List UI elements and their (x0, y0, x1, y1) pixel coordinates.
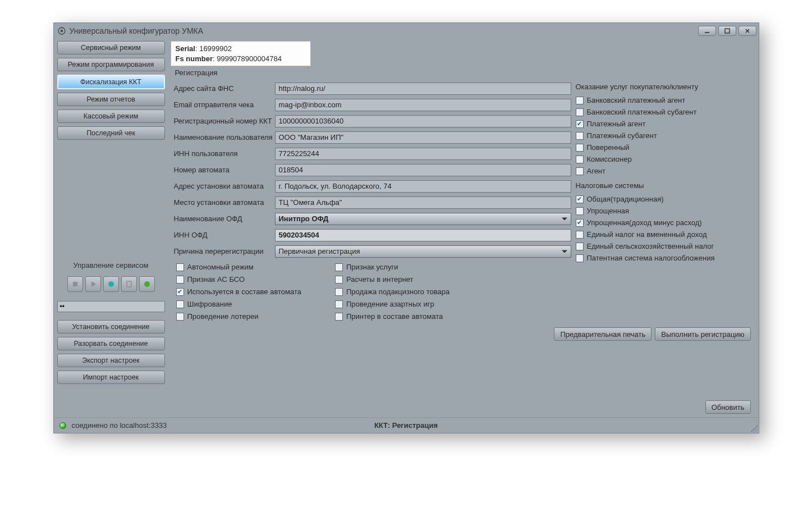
tax-item-checkbox[interactable] (576, 195, 584, 203)
reg-opt-right-checkbox[interactable] (335, 288, 343, 296)
tax-item-row: Единый налог на вмененный доход (576, 229, 752, 240)
reg-opt-right-checkbox[interactable] (335, 300, 343, 308)
addr-input[interactable] (275, 180, 571, 193)
inn-input[interactable] (275, 148, 571, 160)
service-item-checkbox[interactable] (576, 132, 584, 140)
reason-label: Причина перерегистрации (174, 247, 275, 255)
window-title: Универсальный конфигуратор УМКА (70, 26, 204, 35)
email-label: Email отправителя чека (174, 101, 275, 109)
reg-opt-right-label: Признак услуги (346, 263, 398, 271)
reg-opt-left-label: Шифрование (187, 300, 232, 308)
reg-opt-left-checkbox[interactable] (176, 276, 184, 284)
tax-item-checkbox[interactable] (576, 219, 584, 227)
service-item-label: Платежный субагент (587, 131, 657, 140)
reg-opt-right-checkbox[interactable] (335, 263, 343, 271)
fns-input[interactable] (275, 83, 571, 95)
nav-programming-mode[interactable]: Режим программирования (57, 58, 165, 71)
service-item-checkbox[interactable] (576, 97, 584, 104)
maximize-button[interactable] (718, 26, 736, 36)
reason-select[interactable]: Первичная регистрация (275, 245, 571, 258)
place-input[interactable] (275, 197, 571, 209)
resize-grip-icon[interactable] (751, 425, 758, 432)
service-item-checkbox[interactable] (576, 144, 584, 152)
serial-label: Serial (176, 44, 195, 53)
reg-opt-left-checkbox[interactable] (176, 288, 184, 296)
service-toolbar (57, 276, 165, 292)
tool-record-icon[interactable] (103, 276, 119, 292)
reg-opt-left-label: Автономный режим (187, 263, 254, 271)
tax-item-checkbox[interactable] (576, 231, 584, 239)
reg-opt-right-checkbox[interactable] (335, 313, 343, 321)
tax-item-row: Единый сельскохозяйственный налог (576, 240, 752, 252)
reg-opt-left-checkbox[interactable] (176, 300, 184, 308)
auto-no-label: Номер автомата (174, 166, 275, 174)
export-settings-button[interactable]: Экспорт настроек (57, 354, 165, 367)
register-button[interactable]: Выполнить регистрацию (655, 327, 750, 341)
nav-fiscalization[interactable]: Фискализация ККТ (57, 75, 165, 89)
svg-point-1 (60, 30, 62, 32)
reg-opt-left-row: Используется в составе автомата (176, 287, 301, 296)
svg-rect-4 (73, 282, 77, 286)
nav-service-mode[interactable]: Сервисный режим (57, 41, 165, 54)
reg-opt-right-label: Продажа подакцизного товара (346, 287, 449, 296)
close-button[interactable] (738, 26, 756, 36)
reg-opt-left-row: Автономный режим (176, 263, 301, 271)
inn-label: ИНН пользователя (174, 149, 275, 158)
tool-page-icon[interactable] (121, 276, 137, 292)
fs-value: 9999078900004784 (217, 54, 282, 63)
service-item-checkbox[interactable] (576, 120, 584, 128)
disconnect-button[interactable]: Разорвать соединение (57, 337, 165, 350)
minimize-button[interactable] (698, 26, 716, 36)
status-bar: соединено по localhost:3333 ККТ: Регистр… (54, 417, 759, 433)
nav-cash-mode[interactable]: Кассовый режим (57, 109, 165, 123)
tax-item-checkbox[interactable] (576, 254, 584, 262)
tool-play-icon[interactable] (85, 276, 101, 292)
ofd-inn-input[interactable] (275, 229, 571, 241)
username-label: Наименование пользователя (174, 133, 275, 141)
service-item-checkbox[interactable] (576, 167, 584, 175)
place-label: Место установки автомата (174, 198, 275, 207)
import-settings-button[interactable]: Импорт настроек (57, 371, 165, 384)
connect-button[interactable]: Установить соединение (57, 320, 165, 334)
connection-status-icon (59, 422, 66, 429)
preview-print-button[interactable]: Предварительная печать (554, 327, 652, 341)
svg-rect-3 (725, 29, 730, 33)
reg-opt-right-label: Принтер в составе автомата (346, 312, 443, 321)
nav-last-receipt[interactable]: Последний чек (57, 126, 165, 140)
tool-status-icon[interactable] (139, 276, 155, 292)
addr-label: Адрес установки автомата (174, 182, 275, 190)
service-item-label: Платежный агент (587, 120, 646, 128)
tax-item-checkbox[interactable] (576, 243, 584, 250)
reg-opt-left-checkbox[interactable] (176, 263, 184, 271)
auto-no-input[interactable] (275, 164, 571, 176)
service-item-row: Комиссионер (576, 153, 752, 165)
tax-item-label: Упрощенная(доход минус расход) (587, 218, 702, 227)
tool-stop-icon[interactable] (67, 276, 83, 292)
nav-reports-mode[interactable]: Режим отчетов (57, 93, 165, 106)
ofd-select[interactable]: Инитпро ОФД (275, 213, 571, 225)
regnum-input[interactable] (275, 115, 571, 127)
tax-item-label: Общая(традиционная) (587, 195, 664, 203)
sidebar: Сервисный режим Режим программирования Ф… (57, 41, 165, 417)
reg-opt-left-checkbox[interactable] (176, 313, 184, 321)
service-item-checkbox[interactable] (576, 156, 584, 163)
service-item-label: Комиссионер (587, 155, 632, 163)
ofd-label: Наименование ОФД (174, 214, 275, 223)
tax-item-label: Упрощенная (587, 207, 630, 215)
service-item-row: Платежный субагент (576, 130, 752, 141)
service-item-row: Поверенный (576, 141, 752, 153)
email-input[interactable] (275, 99, 571, 111)
service-label: Управление сервисом (57, 261, 165, 270)
tax-item-label: Единый налог на вмененный доход (587, 230, 707, 239)
service-item-label: Агент (587, 167, 606, 175)
serial-value: 16999902 (199, 44, 232, 53)
service-item-checkbox[interactable] (576, 108, 584, 116)
tax-item-checkbox[interactable] (576, 207, 584, 215)
tax-item-row: Упрощенная (576, 205, 752, 217)
reg-opt-right-checkbox[interactable] (335, 276, 343, 284)
refresh-button[interactable]: Обновить (705, 400, 751, 414)
username-input[interactable] (275, 131, 571, 144)
service-input[interactable] (57, 301, 165, 312)
reg-opt-right-label: Расчеты в интернет (346, 275, 413, 284)
services-title: Оказание услуг покупателю/клиенту (576, 80, 752, 94)
